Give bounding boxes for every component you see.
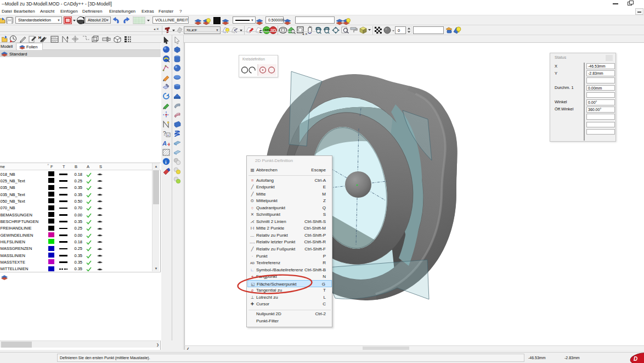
svg-text:D: D — [634, 356, 637, 362]
